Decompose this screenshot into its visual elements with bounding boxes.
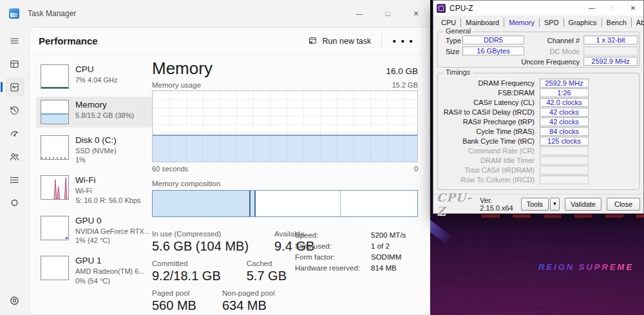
sidebar-item-users[interactable] bbox=[5, 147, 24, 166]
item-sub: 5.8/15.2 GB (38%) bbox=[75, 111, 134, 120]
size-value: 16 GBytes bbox=[462, 46, 524, 55]
memory-thumbnail bbox=[41, 100, 69, 124]
cpuz-minimize-button[interactable]: — bbox=[582, 1, 602, 15]
axis-left-label: 60 seconds bbox=[152, 165, 188, 173]
timing-value: 42.0 clocks bbox=[540, 98, 589, 107]
list-item-cpu[interactable]: CPU 7% 4.04 GHz bbox=[36, 61, 152, 92]
timing-value: 84 clocks bbox=[540, 127, 589, 136]
task-manager-titlebar: Task Manager — □ ✕ bbox=[0, 0, 430, 27]
channel-value: 1 x 32-bit bbox=[583, 35, 638, 44]
page-title: Performance bbox=[39, 35, 98, 46]
composition-segment bbox=[256, 191, 341, 216]
item-name: Memory bbox=[75, 100, 134, 111]
settings-icon[interactable] bbox=[5, 291, 24, 310]
timing-label: RAS# Precharge (tRP) bbox=[438, 118, 535, 126]
close-dialog-button[interactable]: Close bbox=[607, 198, 640, 211]
run-new-task-button[interactable]: Run new task bbox=[301, 33, 378, 49]
dc-mode-value bbox=[583, 46, 638, 55]
composition-segment bbox=[341, 191, 417, 216]
memory-composition-bar bbox=[152, 190, 418, 217]
validate-button[interactable]: Validate bbox=[565, 198, 601, 211]
timing-label: FSB:DRAM bbox=[438, 89, 535, 97]
list-item-disk0[interactable]: Disk 0 (C:) SSD (NVMe) 1% bbox=[36, 132, 152, 167]
performance-list: CPU 7% 4.04 GHz Memory 5.8/15.2 GB (38%)… bbox=[36, 61, 152, 289]
item-sub: SSD (NVMe) bbox=[75, 146, 117, 155]
timing-value bbox=[540, 156, 589, 165]
channel-label: Channel # bbox=[522, 37, 580, 44]
close-button[interactable]: ✕ bbox=[402, 0, 430, 27]
timing-label: Command Rate (CR) bbox=[438, 147, 535, 155]
timings-group: Timings DRAM Frequency2592.9 MHzFSB:DRAM… bbox=[437, 73, 639, 190]
task-manager-app-icon bbox=[9, 8, 19, 19]
task-manager-window: Task Manager — □ ✕ bbox=[0, 0, 430, 315]
timing-value: 1:26 bbox=[540, 88, 589, 97]
item-name: CPU bbox=[75, 64, 117, 75]
stat-cached: Cached 5.7 GB bbox=[247, 260, 287, 283]
run-new-task-icon bbox=[308, 36, 317, 46]
timing-value: 42 clocks bbox=[540, 117, 589, 126]
sidebar-item-details[interactable] bbox=[5, 170, 24, 189]
timing-label: DRAM Idle Timer bbox=[438, 157, 535, 164]
item-sub2: S: 16.0 R: 56.0 Kbps bbox=[75, 196, 141, 205]
sidebar-item-processes[interactable] bbox=[5, 54, 24, 73]
timing-value bbox=[540, 175, 589, 184]
sidebar-item-app-history[interactable] bbox=[5, 100, 24, 120]
window-title: Task Manager bbox=[28, 9, 76, 18]
sidebar-item-services[interactable] bbox=[5, 193, 24, 213]
sidebar-item-performance[interactable] bbox=[5, 77, 24, 97]
general-legend: General bbox=[443, 27, 473, 35]
item-sub2: 0% (54 °C) bbox=[75, 276, 145, 285]
memory-title: Memory bbox=[152, 59, 213, 79]
memory-stats: In use (Compressed) 5.6 GB (104 MB) Avai… bbox=[152, 230, 418, 313]
tab-cpu[interactable]: CPU bbox=[437, 18, 461, 27]
item-sub: Wi-Fi bbox=[75, 186, 141, 195]
item-name: GPU 0 bbox=[75, 216, 147, 227]
header-divider bbox=[381, 34, 382, 48]
item-name: Disk 0 (C:) bbox=[75, 135, 117, 146]
menu-icon[interactable] bbox=[5, 31, 24, 50]
content-card: Performance Run new task ● ● ● CPU 7% 4.… bbox=[29, 27, 430, 315]
uncore-label: Uncore Frequency bbox=[502, 58, 580, 66]
usage-chart-label: Memory usage bbox=[152, 81, 201, 89]
composition-segment bbox=[251, 191, 256, 216]
usage-chart-max: 15.2 GB bbox=[392, 81, 418, 89]
general-group: General Type DDR5 Size 16 GBytes Channel… bbox=[437, 32, 639, 68]
run-new-task-label: Run new task bbox=[323, 37, 372, 46]
stat-paged-pool: Paged pool 560 MB bbox=[152, 289, 196, 313]
list-item-memory[interactable]: Memory 5.8/15.2 GB (38%) bbox=[36, 97, 152, 128]
list-item-wifi[interactable]: Wi-Fi Wi-Fi S: 16.0 R: 56.0 Kbps bbox=[36, 172, 152, 207]
screen: REIGN SUPREME Task Manager — □ ✕ bbox=[0, 0, 644, 315]
gpu1-thumbnail bbox=[41, 256, 69, 280]
tools-dropdown-button[interactable]: ▼ bbox=[550, 198, 560, 211]
tab-graphics[interactable]: Graphics bbox=[564, 18, 602, 27]
tab-about[interactable]: About bbox=[632, 18, 644, 27]
timing-value: 125 clocks bbox=[540, 137, 589, 146]
tools-button[interactable]: Tools bbox=[521, 198, 549, 211]
maximize-button[interactable]: □ bbox=[374, 0, 402, 27]
cpuz-app-icon bbox=[437, 4, 446, 13]
timing-label: Row To Column (tRCD) bbox=[438, 176, 535, 184]
item-sub: 7% 4.04 GHz bbox=[75, 75, 117, 84]
timing-label: Total CAS# (tRDRAM) bbox=[438, 166, 535, 174]
cpuz-logo: CPU-Z bbox=[437, 191, 475, 218]
type-label: Type bbox=[446, 37, 461, 44]
tab-spd[interactable]: SPD bbox=[540, 18, 564, 27]
list-item-gpu1[interactable]: GPU 1 AMD Radeon(TM) 6... 0% (54 °C) bbox=[36, 253, 152, 288]
page-header: Performance Run new task ● ● ● bbox=[30, 28, 430, 55]
memory-panel: Memory 16.0 GB Memory usage 15.2 GB 60 s… bbox=[152, 59, 418, 313]
timing-label: CAS# Latency (CL) bbox=[438, 99, 535, 106]
timing-label: Bank Cycle Time (tRC) bbox=[438, 137, 535, 145]
cpuz-close-button[interactable]: ✕ bbox=[623, 1, 643, 15]
tab-mainboard[interactable]: Mainboard bbox=[461, 18, 504, 27]
gpu0-thumbnail bbox=[41, 216, 69, 240]
list-item-gpu0[interactable]: GPU 0 NVIDIA GeForce RTX... 1% (42 °C) bbox=[36, 213, 152, 248]
stat-committed: Committed 9.2/18.1 GB bbox=[152, 260, 221, 283]
item-name: Wi-Fi bbox=[75, 175, 141, 186]
tab-memory[interactable]: Memory bbox=[504, 18, 540, 27]
minimize-button[interactable]: — bbox=[345, 0, 374, 27]
more-options-button[interactable]: ● ● ● bbox=[386, 33, 421, 48]
cpuz-window-title: CPU-Z bbox=[450, 4, 473, 13]
sidebar-item-startup-apps[interactable] bbox=[5, 124, 24, 143]
tab-bench[interactable]: Bench bbox=[602, 18, 632, 27]
timing-value bbox=[540, 146, 589, 155]
